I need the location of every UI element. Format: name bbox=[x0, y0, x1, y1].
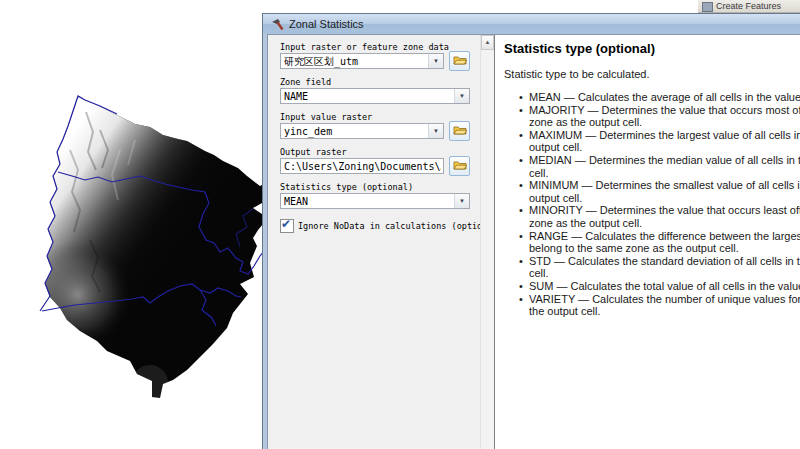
field-label-zone-field: Zone field bbox=[280, 76, 480, 88]
help-bullet-item: RANGE — Calculates the difference betwee… bbox=[519, 230, 800, 255]
help-bullet-line: belong to the same zone as the output ce… bbox=[529, 242, 800, 255]
ignore-nodata-label: Ignore NoData in calculations (optiona bbox=[298, 221, 480, 231]
help-bullet-item: MINIMUM — Determines the smallest value … bbox=[519, 179, 800, 204]
chevron-down-icon[interactable]: ▼ bbox=[454, 194, 469, 208]
up-arrow-icon: ▲ bbox=[485, 39, 491, 45]
help-bullet-item: MEAN — Calculates the average of all cel… bbox=[519, 91, 800, 104]
open-folder-icon bbox=[453, 157, 467, 175]
tool-parameters-pane: Input raster or feature zone data 研究区区划_… bbox=[268, 35, 480, 449]
help-bullet-line: MEDIAN — Determines the median value of … bbox=[529, 154, 800, 167]
help-bullet-line: output cell. bbox=[529, 141, 800, 154]
value-raster-value: yinc_dem bbox=[284, 125, 427, 138]
help-bullet-line: cell. bbox=[529, 267, 800, 280]
open-folder-icon bbox=[453, 122, 467, 140]
zone-data-combobox[interactable]: 研究区区划_utm ▼ bbox=[280, 53, 444, 69]
zonal-statistics-dialog: Zonal Statistics Input raster or feature… bbox=[262, 13, 800, 449]
help-bullet-line: cell. bbox=[529, 167, 800, 180]
statistics-type-value: MEAN bbox=[284, 195, 453, 208]
help-bullet-item: SUM — Calculates the total value of all … bbox=[519, 280, 800, 293]
dialog-title: Zonal Statistics bbox=[289, 18, 364, 30]
zone-data-browse-button[interactable] bbox=[449, 51, 470, 71]
chevron-down-icon[interactable]: ▼ bbox=[428, 124, 443, 138]
help-bullet-line: the output cell. bbox=[529, 305, 800, 318]
help-bullet-line: MAXIMUM — Determines the largest value o… bbox=[529, 129, 800, 142]
value-raster-browse-button[interactable] bbox=[449, 121, 470, 141]
dialog-titlebar[interactable]: Zonal Statistics bbox=[263, 14, 800, 34]
help-bullet-item: MEDIAN — Determines the median value of … bbox=[519, 154, 800, 179]
help-bullet-line: MAJORITY — Determines the value that occ… bbox=[529, 104, 800, 117]
zone-field-value: NAME bbox=[284, 90, 453, 103]
background-panel-fragment: Create Features bbox=[698, 0, 800, 13]
output-raster-value: C:\Users\Zoning\Documents\ArcGIS\D bbox=[284, 160, 441, 173]
checkmark-icon: ✔ bbox=[281, 219, 291, 231]
hammer-icon bbox=[270, 18, 284, 31]
panel-icon bbox=[702, 2, 713, 12]
help-bullet-item: MAXIMUM — Determines the largest value o… bbox=[519, 129, 800, 154]
help-bullet-item: STD — Calculates the standard deviation … bbox=[519, 255, 800, 280]
output-raster-browse-button[interactable] bbox=[449, 156, 470, 176]
statistics-type-combobox[interactable]: MEAN ▼ bbox=[280, 193, 470, 209]
dialog-body: Input raster or feature zone data 研究区区划_… bbox=[267, 34, 800, 449]
help-bullet-item: VARIETY — Calculates the number of uniqu… bbox=[519, 293, 800, 318]
form-pane-scrollbar[interactable]: ▲ bbox=[480, 35, 494, 449]
help-bullet-line: RANGE — Calculates the difference betwee… bbox=[529, 230, 800, 243]
panel-title: Create Features bbox=[716, 1, 781, 11]
help-pane[interactable]: Statistics type (optional) Statistic typ… bbox=[494, 35, 800, 449]
help-bullet-list: MEAN — Calculates the average of all cel… bbox=[519, 91, 800, 318]
help-bullet-line: output cell. bbox=[529, 192, 800, 205]
help-bullet-item: MAJORITY — Determines the value that occ… bbox=[519, 104, 800, 129]
open-folder-icon bbox=[453, 52, 467, 70]
scroll-up-button[interactable]: ▲ bbox=[481, 35, 494, 50]
ignore-nodata-checkbox[interactable]: ✔ bbox=[280, 219, 294, 233]
help-bullet-line: MEAN — Calculates the average of all cel… bbox=[529, 91, 800, 104]
help-bullet-line: zone as the output cell. bbox=[529, 217, 800, 230]
zone-data-value: 研究区区划_utm bbox=[284, 55, 427, 68]
chevron-down-icon[interactable]: ▼ bbox=[454, 89, 469, 103]
help-bullet-item: MINORITY — Determines the value that occ… bbox=[519, 204, 800, 229]
field-label-statistics-type: Statistics type (optional) bbox=[280, 181, 480, 193]
zone-field-combobox[interactable]: NAME ▼ bbox=[280, 88, 470, 104]
help-bullet-line: MINORITY — Determines the value that occ… bbox=[529, 204, 800, 217]
help-heading: Statistics type (optional) bbox=[504, 41, 655, 56]
screen: Create Features Zonal Statistics Input r… bbox=[0, 0, 800, 449]
output-raster-input[interactable]: C:\Users\Zoning\Documents\ArcGIS\D bbox=[280, 158, 444, 174]
help-intro: Statistic type to be calculated. bbox=[504, 68, 650, 80]
help-bullet-line: zone as the output cell. bbox=[529, 116, 800, 129]
help-bullet-line: MINIMUM — Determines the smallest value … bbox=[529, 179, 800, 192]
map-canvas[interactable] bbox=[0, 0, 300, 449]
help-bullet-line: SUM — Calculates the total value of all … bbox=[529, 280, 800, 293]
help-bullet-line: STD — Calculates the standard deviation … bbox=[529, 255, 800, 268]
help-bullet-line: VARIETY — Calculates the number of uniqu… bbox=[529, 293, 800, 306]
dem-shading bbox=[30, 90, 280, 410]
value-raster-combobox[interactable]: yinc_dem ▼ bbox=[280, 123, 444, 139]
chevron-down-icon[interactable]: ▼ bbox=[428, 54, 443, 68]
